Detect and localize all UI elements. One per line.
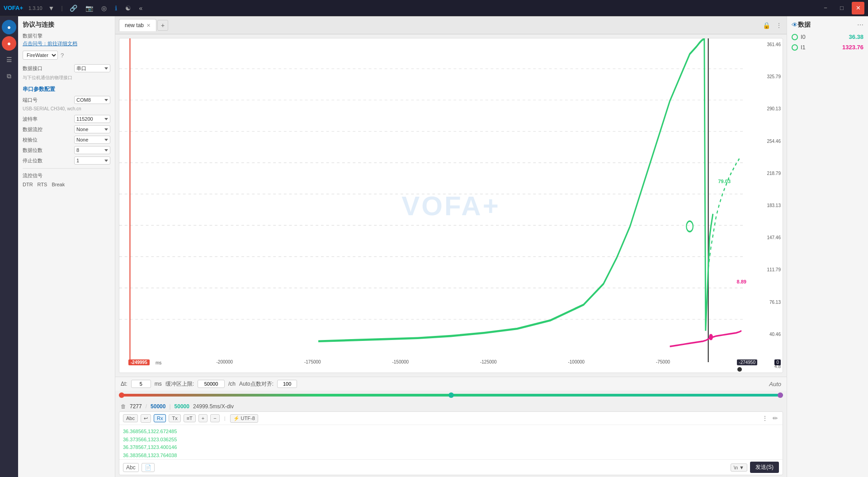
i0-label: I0 — [801, 33, 846, 40]
tab-add-button[interactable]: + — [157, 20, 168, 31]
app-version: 1.3.10 — [28, 5, 42, 11]
flow-ctrl-label: 数据流控 — [23, 126, 42, 133]
minimize-button[interactable]: − — [819, 2, 832, 14]
serial-btn-encoding[interactable]: ⚡ UTF-8 — [230, 414, 258, 423]
icon-layers[interactable]: ⧉ — [2, 69, 16, 83]
sidebar: 协议与连接 数据引擎 点击问号：前往详细文档 FireWater ? 数据接口 … — [18, 16, 115, 477]
serial-btn-minus[interactable]: − — [210, 414, 219, 422]
stopbits-select[interactable]: 1 — [74, 156, 110, 165]
dtr-button[interactable]: DTR — [23, 182, 33, 187]
stopbits-label: 停止位数 — [23, 157, 42, 164]
auto-value-input[interactable] — [277, 380, 297, 388]
i0-value: 36.38 — [849, 33, 863, 40]
delta-t-unit: ms — [155, 381, 162, 387]
serial-abc-label[interactable]: Abc — [123, 463, 139, 472]
port-desc: USB-SERIAL CH340, wch.cn — [23, 106, 110, 111]
target-icon[interactable]: ◎ — [99, 4, 109, 13]
auto-label: Auto点数对齐: — [239, 380, 274, 388]
doc-link[interactable]: 点击问号：前往详细文档 — [23, 40, 110, 47]
chevron-left-icon[interactable]: « — [137, 4, 145, 13]
buffer-input[interactable] — [198, 380, 225, 388]
rts-button[interactable]: RTS — [38, 182, 47, 187]
port-select[interactable]: COM8 — [74, 96, 110, 104]
right-panel-title: 数据 — [798, 21, 811, 29]
slider-thumb-left[interactable] — [119, 392, 124, 398]
icon-record[interactable]: ● — [2, 36, 16, 51]
i1-indicator — [792, 44, 798, 51]
annotation-green: 79.03 — [718, 179, 731, 184]
engine-label: 数据引擎 — [23, 33, 110, 39]
interface-section: 数据接口 串口 与下位机通信的物理接口 — [23, 64, 110, 81]
dropdown-icon[interactable]: ▼ — [46, 4, 57, 13]
i1-label: I1 — [801, 44, 840, 51]
delta-t-input[interactable] — [131, 380, 151, 388]
databits-select[interactable]: 8 — [74, 146, 110, 154]
serial-btn-tx[interactable]: Tx — [169, 414, 180, 422]
serial-file-icon[interactable]: 📄 — [142, 463, 155, 472]
icon-menu[interactable]: ☰ — [2, 52, 16, 67]
slider-thumb-mid[interactable] — [448, 392, 454, 398]
serial-line-4: 36.383568,1323.764038 — [123, 452, 779, 459]
content-area: new tab ✕ + 🔒 ⋮ VOFA+ — [115, 16, 787, 477]
interface-label: 数据接口 — [23, 65, 42, 72]
right-panel: 👁 数据 ⋯ I0 36.38 I1 1323.76 — [787, 16, 868, 477]
help-icon[interactable]: ? — [61, 52, 64, 59]
fingerprint-icon[interactable]: ☯ — [123, 4, 133, 13]
break-button[interactable]: Break — [52, 182, 65, 187]
link-icon[interactable]: 🔗 — [67, 4, 80, 13]
slider-thumb-right[interactable] — [778, 392, 783, 398]
flow-ctrl-select[interactable]: None — [74, 125, 110, 133]
serial-more-icon[interactable]: ⋮ — [761, 414, 769, 423]
right-panel-more-icon[interactable]: ⋯ — [857, 21, 863, 28]
serial-newline-select[interactable]: \n ▼ — [731, 463, 747, 472]
serial-btn-plus[interactable]: + — [198, 414, 208, 422]
flow-signals: DTR RTS Break — [23, 182, 110, 187]
baud-select[interactable]: 115200 — [74, 115, 110, 123]
buffer-unit: /ch — [228, 381, 236, 387]
engine-section: 数据引擎 点击问号：前往详细文档 FireWater ? — [23, 33, 110, 60]
icon-connect[interactable]: ● — [2, 20, 16, 34]
i1-value: 1323.76 — [842, 44, 863, 51]
serial-send-button[interactable]: 发送(S) — [750, 462, 779, 473]
parity-select[interactable]: None — [74, 136, 110, 144]
x-axis: -225000 -200000 -175000 -150000 -125000 … — [128, 359, 755, 364]
svg-point-12 — [709, 334, 713, 340]
stats-time-info: 24999.5ms/X-div — [193, 403, 234, 410]
engine-select[interactable]: FireWater — [23, 51, 58, 60]
icon-bar: ● ● ☰ ⧉ — [0, 16, 18, 477]
tab-label: new tab — [125, 22, 144, 28]
serial-config-title[interactable]: 串口参数配置 — [23, 85, 110, 93]
serial-btn-format[interactable]: ≡T — [184, 414, 196, 422]
info-icon[interactable]: ℹ — [113, 4, 119, 13]
stats-selected: 50000 — [175, 403, 189, 410]
camera-icon[interactable]: 📷 — [83, 4, 95, 13]
lock-icon[interactable]: 🔒 — [762, 21, 771, 30]
tab-new-tab[interactable]: new tab ✕ — [119, 19, 156, 31]
delta-t-label: Δt: — [121, 381, 127, 387]
serial-btn-abc[interactable]: Abc — [123, 414, 138, 422]
serial-input-row: Abc 📄 \n ▼ 发送(S) — [119, 459, 783, 475]
chart-dot — [737, 367, 742, 372]
data-row-i0: I0 36.38 — [792, 33, 863, 40]
serial-send-input[interactable] — [157, 465, 728, 470]
eye-icon: 👁 — [792, 21, 798, 28]
serial-btn-rx[interactable]: Rx — [154, 414, 166, 422]
slider-track[interactable] — [119, 394, 783, 397]
serial-pen-icon[interactable]: ✏ — [772, 414, 779, 423]
maximize-button[interactable]: □ — [835, 2, 848, 14]
serial-btn-enter[interactable]: ↩ — [141, 414, 151, 423]
more-icon[interactable]: ⋮ — [775, 21, 783, 30]
stats-total: 50000 — [151, 403, 165, 410]
serial-text-area: 36.368565,1322.672485 36.373566,1323.036… — [119, 425, 783, 459]
interface-select[interactable]: 串口 — [74, 64, 110, 72]
tab-close-icon[interactable]: ✕ — [146, 23, 151, 28]
svg-point-11 — [686, 221, 693, 231]
serial-line-1: 36.368565,1322.672485 — [123, 428, 779, 436]
right-edge-badge: 0 — [774, 359, 781, 365]
trash-icon[interactable]: 🗑 — [121, 403, 126, 410]
y-axis: 361.46 325.79 290.13 254.46 218.79 183.1… — [758, 38, 783, 373]
flow-signal-label: 流控信号 — [23, 172, 110, 179]
interface-desc: 与下位机通信的物理接口 — [23, 75, 110, 81]
close-button[interactable]: ✕ — [852, 2, 864, 14]
right-panel-header: 👁 数据 ⋯ — [792, 21, 863, 29]
